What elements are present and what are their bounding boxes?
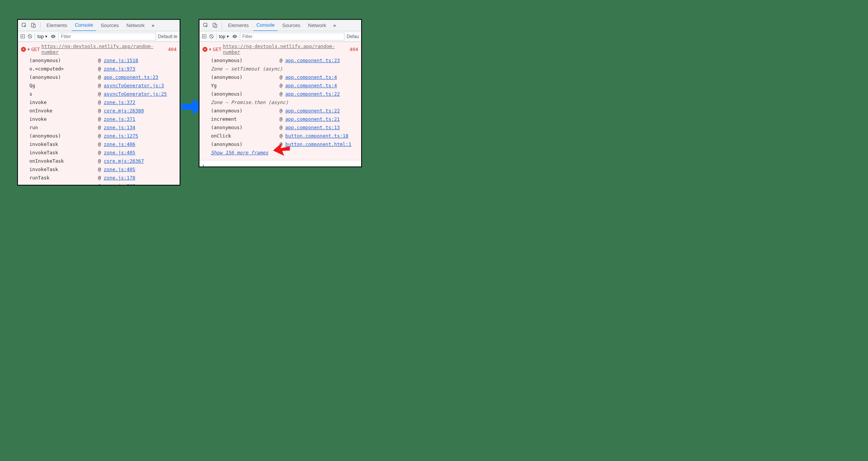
frame-location: @ zone.js:585	[98, 182, 135, 186]
sidebar-toggle-icon[interactable]	[20, 34, 25, 39]
source-link[interactable]: zone.js:178	[104, 175, 135, 181]
device-toggle-icon[interactable]	[29, 22, 37, 29]
tab-bar: Elements Console Sources Network »	[199, 20, 361, 31]
frame-function: o.<computed>	[29, 65, 98, 73]
frame-location: @ zone.js:405	[98, 149, 135, 157]
source-link[interactable]: zone.js:406	[104, 141, 135, 147]
source-link[interactable]: zone.js:973	[104, 66, 135, 72]
source-link[interactable]: button.component.ts:18	[285, 133, 349, 139]
log-levels-selector[interactable]: Default le	[158, 34, 177, 39]
filter-input[interactable]	[240, 33, 344, 40]
error-summary[interactable]: ✕ ▼ GET https://ng-devtools.netlify.app/…	[203, 43, 358, 55]
frame-location: @ app.component.ts:22	[280, 90, 340, 98]
http-status: 404	[349, 46, 358, 52]
tab-network[interactable]: Network	[305, 20, 330, 31]
stack-frame: invokeTask@ zone.js:405	[29, 149, 177, 157]
inspect-icon[interactable]	[20, 22, 28, 29]
source-link[interactable]: app.component.ts:23	[104, 74, 158, 80]
disclosure-triangle-icon[interactable]: ▼	[27, 47, 30, 51]
tab-console[interactable]: Console	[253, 20, 278, 31]
frame-location: @ zone.js:406	[98, 140, 135, 149]
at-symbol: @	[98, 125, 104, 130]
stack-frame: (anonymous)@ app.component.ts:22	[211, 107, 358, 115]
frame-function: onInvokeTask	[29, 157, 98, 165]
tab-elements[interactable]: Elements	[225, 20, 252, 31]
frame-location: @ app.component.ts:4	[280, 82, 337, 90]
source-link[interactable]: app.component.ts:23	[285, 58, 340, 63]
async-boundary-label: Zone — setTimeout (async)	[211, 65, 358, 73]
source-link[interactable]: app.component.ts:4	[285, 83, 337, 88]
frame-location: @ button.component.ts:18	[280, 132, 349, 140]
source-link[interactable]: zone.js:371	[104, 116, 135, 122]
filter-input[interactable]	[58, 33, 156, 40]
source-link[interactable]: button.component.html:1	[285, 141, 351, 147]
source-link[interactable]: app.component.ts:21	[285, 116, 340, 122]
at-symbol: @	[280, 125, 285, 130]
tab-network[interactable]: Network	[124, 20, 148, 31]
frame-location: @ zone.js:371	[98, 115, 135, 123]
frame-location: @ zone.js:1518	[98, 56, 138, 65]
frame-location: @ asyncToGenerator.js:25	[98, 90, 167, 98]
http-method: GET	[213, 46, 222, 52]
frame-function: (anonymous)	[211, 140, 280, 149]
clear-console-icon[interactable]	[27, 34, 32, 39]
live-expression-icon[interactable]	[50, 34, 56, 39]
more-tabs-icon[interactable]: »	[149, 22, 157, 29]
source-link[interactable]: zone.js:585	[104, 183, 135, 186]
more-tabs-icon[interactable]: »	[331, 22, 338, 29]
device-toggle-icon[interactable]	[211, 22, 219, 29]
at-symbol: @	[98, 58, 104, 63]
error-summary[interactable]: ✕ ▼ GET https://ng-devtools.netlify.app/…	[21, 43, 177, 55]
tab-console[interactable]: Console	[72, 20, 96, 31]
frame-location: @ app.component.ts:4	[280, 73, 337, 82]
tab-sources[interactable]: Sources	[279, 20, 304, 31]
source-link[interactable]: zone.js:134	[104, 125, 135, 130]
context-selector[interactable]: top ▼	[219, 34, 230, 39]
inspect-icon[interactable]	[202, 22, 209, 29]
stack-frame: Yg@ app.component.ts:4	[211, 82, 358, 90]
source-link[interactable]: asyncToGenerator.js:25	[104, 91, 167, 97]
error-icon: ✕	[21, 47, 26, 52]
stack-frame: (anonymous)@ app.component.ts:4	[211, 73, 358, 82]
frame-location: @ app.component.ts:22	[280, 107, 340, 115]
clear-console-icon[interactable]	[209, 34, 214, 39]
context-label: top	[219, 34, 225, 39]
stack-frame: invoke@ zone.js:372	[29, 98, 177, 107]
console-toolbar: top ▼ Defau	[199, 31, 361, 42]
source-link[interactable]: zone.js:405	[104, 150, 135, 155]
source-link[interactable]: asyncToGenerator.js:3	[104, 83, 164, 88]
stack-frame: (anonymous)@ app.component.ts:23	[29, 73, 177, 82]
source-link[interactable]: zone.js:372	[104, 99, 135, 105]
source-link[interactable]: app.component.ts:22	[285, 91, 340, 97]
source-link[interactable]: app.component.ts:22	[285, 108, 340, 114]
frame-location: @ zone.js:1275	[98, 132, 138, 140]
chevron-down-icon: ▼	[226, 35, 230, 38]
disclosure-triangle-icon[interactable]: ▼	[209, 47, 211, 51]
separator	[216, 34, 217, 40]
source-link[interactable]: app.component.ts:4	[285, 74, 337, 80]
frame-function: _	[29, 182, 98, 186]
at-symbol: @	[98, 108, 104, 114]
tab-sources[interactable]: Sources	[98, 20, 122, 31]
callout-arrow-icon	[273, 142, 290, 156]
stack-frame: (anonymous)@ app.component.ts:13	[211, 123, 358, 132]
error-url[interactable]: https://ng-devtools.netlify.app/random-n…	[223, 43, 348, 55]
log-levels-selector[interactable]: Defau	[347, 34, 359, 39]
source-link[interactable]: zone.js:1518	[104, 58, 138, 63]
source-link[interactable]: core.mjs:26367	[104, 158, 144, 164]
frame-location: @ zone.js:973	[98, 65, 135, 73]
source-link[interactable]: zone.js:1275	[104, 133, 138, 139]
source-link[interactable]: zone.js:405	[104, 166, 135, 172]
sidebar-toggle-icon[interactable]	[202, 34, 207, 39]
context-selector[interactable]: top ▼	[37, 34, 48, 39]
context-label: top	[37, 34, 44, 39]
source-link[interactable]: core.mjs:26380	[104, 108, 144, 114]
error-url[interactable]: https://ng-devtools.netlify.app/random-n…	[42, 43, 167, 55]
at-symbol: @	[98, 116, 104, 122]
tab-elements[interactable]: Elements	[43, 20, 70, 31]
source-link[interactable]: app.component.ts:13	[285, 125, 340, 130]
console-prompt[interactable]: ›	[199, 160, 361, 167]
live-expression-icon[interactable]	[232, 34, 238, 39]
stack-frame: s@ asyncToGenerator.js:25	[29, 90, 177, 98]
stack-frame: invokeTask@ zone.js:406	[29, 140, 177, 149]
